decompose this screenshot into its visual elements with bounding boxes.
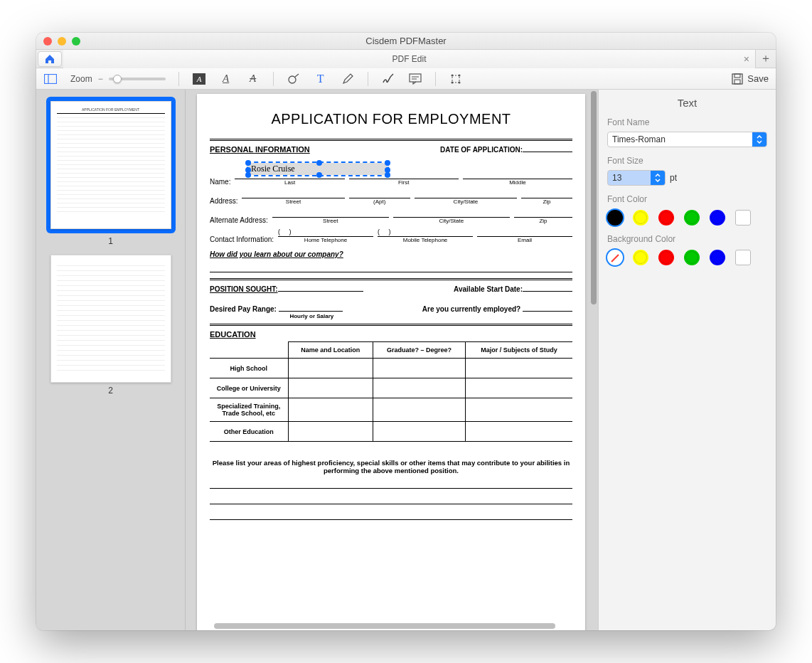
pencil-icon[interactable]: [341, 72, 355, 86]
font-size-label: Font Size: [607, 156, 767, 166]
properties-panel: Text Font Name Times-Roman Font Size 13 …: [598, 90, 776, 630]
horizontal-scrollbar[interactable]: [214, 623, 555, 629]
svg-point-11: [458, 74, 460, 76]
tab-pdf-edit[interactable]: PDF Edit ×: [63, 50, 756, 68]
minimize-window-button[interactable]: [58, 37, 66, 46]
font-color-black[interactable]: [607, 210, 623, 226]
font-name-select[interactable]: Times-Roman: [607, 132, 767, 147]
svg-rect-9: [452, 75, 459, 83]
app-window: Cisdem PDFMaster PDF Edit × ＋ Zoom − A A…: [36, 33, 776, 630]
save-button[interactable]: Save: [732, 73, 769, 85]
text-tool-icon[interactable]: T: [314, 72, 328, 86]
document-canvas[interactable]: APPLICATION FOR EMPLOYMENT PERSONAL INFO…: [186, 90, 598, 630]
section-personal: PERSONAL INFORMATION: [210, 145, 310, 154]
thumb-label: 2: [108, 386, 113, 396]
svg-point-12: [451, 81, 453, 83]
svg-rect-16: [734, 80, 740, 84]
zoom-control: Zoom −: [70, 74, 166, 84]
font-color-yellow[interactable]: [633, 210, 648, 226]
bg-color-label: Background Color: [607, 234, 767, 244]
chevron-down-icon: [752, 132, 766, 147]
svg-rect-15: [734, 74, 740, 78]
font-color-blue[interactable]: [710, 210, 725, 226]
font-color-red[interactable]: [658, 210, 674, 226]
zoom-window-button[interactable]: [72, 37, 80, 46]
thumbnail-page-1[interactable]: APPLICATION FOR EMPLOYMENT 1: [50, 97, 171, 246]
pdf-page: APPLICATION FOR EMPLOYMENT PERSONAL INFO…: [197, 94, 585, 630]
save-label: Save: [747, 73, 769, 84]
home-button[interactable]: [38, 51, 62, 67]
text-style-icon[interactable]: A: [192, 72, 206, 86]
tab-close-icon[interactable]: ×: [744, 53, 749, 65]
bg-color-green[interactable]: [684, 250, 700, 265]
signature-icon[interactable]: [381, 72, 395, 86]
thumbnail-page-2[interactable]: 2: [50, 255, 171, 396]
toolbar: Zoom − A A A T Save: [36, 68, 776, 90]
close-window-button[interactable]: [43, 37, 52, 46]
window-controls: [43, 37, 80, 46]
chevron-down-icon: [651, 171, 665, 185]
svg-rect-14: [732, 74, 742, 84]
svg-line-5: [295, 74, 299, 77]
font-color-custom[interactable]: [735, 210, 751, 226]
font-color-green[interactable]: [684, 210, 700, 226]
window-title: Cisdem PDFMaster: [36, 36, 776, 46]
new-tab-button[interactable]: ＋: [756, 51, 776, 66]
font-name-label: Font Name: [607, 117, 767, 127]
comment-icon[interactable]: [408, 72, 422, 86]
tabbar: PDF Edit × ＋: [36, 50, 776, 68]
titlebar: Cisdem PDFMaster: [36, 33, 776, 50]
sidebar-toggle-icon[interactable]: [43, 72, 58, 86]
zoom-label: Zoom: [70, 74, 92, 84]
svg-point-13: [458, 81, 460, 83]
shape-icon[interactable]: [287, 72, 301, 86]
font-size-unit: pt: [670, 173, 677, 183]
thumbnail-sidebar: APPLICATION FOR EMPLOYMENT 1 2: [36, 90, 186, 630]
bg-color-red[interactable]: [658, 250, 674, 265]
bg-color-custom[interactable]: [735, 250, 751, 265]
selected-text-box[interactable]: Rosie Cruise: [247, 161, 389, 176]
save-icon: [732, 73, 743, 85]
font-size-select[interactable]: 13: [607, 170, 666, 186]
underline-icon[interactable]: A: [219, 72, 233, 86]
strikethrough-icon[interactable]: A: [246, 72, 260, 86]
vertical-scrollbar[interactable]: [591, 91, 597, 304]
svg-text:A: A: [196, 75, 201, 83]
bg-color-blue[interactable]: [710, 250, 725, 265]
panel-title: Text: [607, 97, 767, 109]
crop-icon[interactable]: [449, 72, 463, 86]
bg-color-yellow[interactable]: [633, 250, 648, 265]
font-color-label: Font Color: [607, 194, 767, 204]
bg-color-none[interactable]: [607, 250, 623, 265]
svg-point-4: [289, 76, 296, 83]
thumb-label: 1: [108, 236, 113, 246]
document-title: APPLICATION FOR EMPLOYMENT: [210, 111, 572, 127]
svg-rect-6: [410, 74, 421, 82]
zoom-slider[interactable]: [109, 78, 166, 80]
tab-label: PDF Edit: [392, 54, 426, 64]
svg-rect-0: [45, 74, 57, 83]
svg-point-10: [451, 74, 453, 76]
education-table: Name and Location Graduate? – Degree? Ma…: [210, 341, 572, 442]
